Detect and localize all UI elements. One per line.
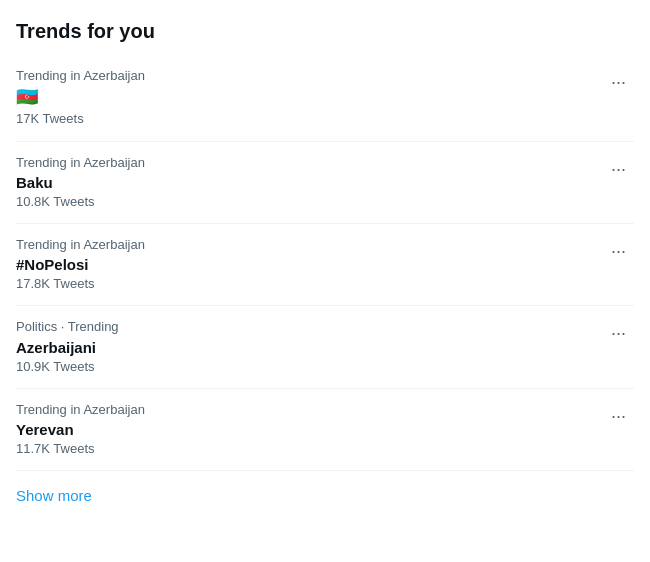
- trend-item[interactable]: Trending in Azerbaijan🇦🇿17K Tweets···: [16, 55, 634, 142]
- trend-count: 11.7K Tweets: [16, 440, 595, 458]
- trend-more-button[interactable]: ···: [603, 238, 634, 264]
- trend-count: 10.9K Tweets: [16, 358, 595, 376]
- trend-category: Trending in Azerbaijan: [16, 401, 595, 419]
- trend-more-button[interactable]: ···: [603, 403, 634, 429]
- trend-item[interactable]: Trending in AzerbaijanBaku10.8K Tweets··…: [16, 142, 634, 224]
- trend-count: 10.8K Tweets: [16, 193, 595, 211]
- trend-content: Trending in AzerbaijanBaku10.8K Tweets: [16, 154, 595, 211]
- show-more-button[interactable]: Show more: [16, 471, 92, 512]
- trend-more-button[interactable]: ···: [603, 320, 634, 346]
- trend-content: Trending in Azerbaijan#NoPelosi17.8K Twe…: [16, 236, 595, 293]
- trend-name: Yerevan: [16, 419, 595, 440]
- trend-category: Trending in Azerbaijan: [16, 154, 595, 172]
- trend-item[interactable]: Trending in AzerbaijanYerevan11.7K Tweet…: [16, 389, 634, 471]
- trend-category: Trending in Azerbaijan: [16, 236, 595, 254]
- trend-content: Trending in Azerbaijan🇦🇿17K Tweets: [16, 67, 595, 129]
- trend-count: 17.8K Tweets: [16, 275, 595, 293]
- trend-emoji: 🇦🇿: [16, 85, 595, 110]
- trend-item[interactable]: Trending in Azerbaijan#NoPelosi17.8K Twe…: [16, 224, 634, 306]
- page-title: Trends for you: [16, 12, 634, 55]
- trend-name: #NoPelosi: [16, 254, 595, 275]
- trend-category: Politics · Trending: [16, 318, 595, 336]
- trend-more-button[interactable]: ···: [603, 156, 634, 182]
- trend-count: 17K Tweets: [16, 110, 595, 128]
- trend-content: Politics · TrendingAzerbaijani10.9K Twee…: [16, 318, 595, 375]
- trends-container: Trends for you Trending in Azerbaijan🇦🇿1…: [0, 0, 650, 524]
- trend-more-button[interactable]: ···: [603, 69, 634, 95]
- trend-item[interactable]: Politics · TrendingAzerbaijani10.9K Twee…: [16, 306, 634, 388]
- trend-name: Azerbaijani: [16, 337, 595, 358]
- trend-content: Trending in AzerbaijanYerevan11.7K Tweet…: [16, 401, 595, 458]
- trend-name: Baku: [16, 172, 595, 193]
- trends-list: Trending in Azerbaijan🇦🇿17K Tweets···Tre…: [16, 55, 634, 471]
- trend-category: Trending in Azerbaijan: [16, 67, 595, 85]
